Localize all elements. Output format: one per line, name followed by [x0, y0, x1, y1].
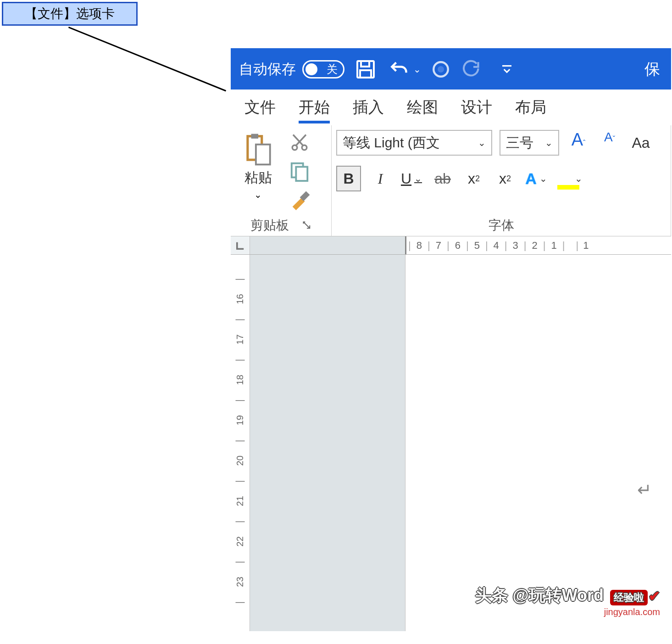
autosave-label: 自动保存 — [239, 60, 296, 79]
chevron-down-icon[interactable]: ⌄ — [539, 173, 547, 184]
chevron-down-icon[interactable]: ⌄ — [413, 64, 421, 75]
watermark: 头条 @玩转Word 经验啦✔ jingyanla.com — [475, 584, 660, 617]
ruler-mark: 21 — [235, 496, 245, 506]
tab-label: 设计 — [461, 98, 492, 116]
ruler-mark: 22 — [235, 536, 245, 546]
watermark-url: jingyanla.com — [475, 607, 660, 617]
superscript-button[interactable]: x2 — [493, 166, 517, 191]
title-right-label: 保 — [644, 60, 660, 78]
tab-file[interactable]: 文件 — [244, 90, 276, 125]
redo-button[interactable] — [461, 56, 480, 83]
shrink-font-button[interactable]: Aˇ — [598, 130, 622, 156]
vertical-ruler[interactable]: — 16 — 17 — 18 — 19 — 20 — 21 — 22 — 23 … — [231, 255, 250, 631]
tab-label: 插入 — [353, 98, 384, 116]
chevron-down-icon[interactable]: ⌄ — [414, 173, 422, 184]
chevron-down-icon[interactable]: ⌄ — [254, 189, 262, 200]
underline-label: U — [401, 170, 411, 187]
ribbon: 粘贴 ⌄ 剪贴板 — [231, 125, 671, 236]
autosave-control[interactable]: 自动保存 关 — [239, 60, 344, 79]
svg-rect-8 — [255, 145, 270, 165]
subscript-button[interactable]: x2 — [462, 166, 486, 191]
ruler-mark: 6 — [455, 240, 461, 252]
grow-a-label: A — [572, 130, 583, 150]
check-icon: ✔ — [649, 588, 660, 604]
font-size-combo[interactable]: 三号 ⌄ — [500, 130, 559, 156]
svg-rect-14 — [296, 167, 307, 181]
undo-button[interactable]: ⌄ — [387, 56, 421, 83]
svg-point-10 — [302, 145, 307, 150]
document-area: — 16 — 17 — 18 — 19 — 20 — 21 — 22 — 23 … — [231, 255, 671, 631]
format-painter-button[interactable] — [289, 189, 310, 213]
font-size-value: 三号 — [506, 134, 533, 152]
font-name-combo[interactable]: 等线 Light (西文 ⌄ — [336, 130, 492, 156]
tab-insert[interactable]: 插入 — [353, 90, 384, 125]
paragraph-mark-icon: ↵ — [637, 480, 652, 500]
ruler-mark: 7 — [436, 240, 441, 252]
text-effects-button[interactable]: A ⌄ — [524, 166, 548, 191]
callout-file-tab: 【文件】选项卡 — [2, 2, 138, 26]
dialog-launcher-icon[interactable] — [302, 220, 312, 230]
autosave-toggle[interactable]: 关 — [302, 60, 344, 78]
grow-font-button[interactable]: Aˆ — [566, 130, 590, 156]
superscript-x: x — [499, 170, 506, 187]
toggle-knob — [305, 63, 317, 75]
word-window: 自动保存 关 ⌄ 保 文件 开始 插入 绘图 设计 — [231, 48, 671, 631]
callout-label: 【文件】选项卡 — [25, 5, 115, 22]
tab-label: 开始 — [299, 98, 330, 116]
highlight-color-swatch — [557, 185, 579, 190]
save-button[interactable] — [355, 56, 377, 83]
chevron-down-icon[interactable]: ⌄ — [545, 137, 553, 148]
ruler-mark: 1 — [583, 240, 589, 252]
ribbon-tabs: 文件 开始 插入 绘图 设计 布局 — [231, 90, 671, 125]
tab-draw[interactable]: 绘图 — [407, 90, 438, 125]
horizontal-ruler[interactable]: | 8 | 7 | 6 | 5 | 4 | 3 | 2 | 1 | |1 — [405, 236, 671, 254]
ruler-mark: 17 — [235, 334, 245, 344]
tab-layout[interactable]: 布局 — [515, 90, 546, 125]
ruler-mark: 4 — [494, 240, 499, 252]
svg-rect-1 — [361, 61, 369, 67]
tab-design[interactable]: 设计 — [461, 90, 492, 125]
bold-label: B — [343, 170, 354, 187]
paste-label: 粘贴 — [244, 168, 272, 187]
ruler-mark: 5 — [474, 240, 480, 252]
ruler-mark: 3 — [513, 240, 518, 252]
font-group-label: 字体 — [489, 217, 514, 234]
clipboard-icon — [244, 133, 272, 166]
document-page[interactable]: ↵ — [405, 255, 671, 631]
ruler-mark: 18 — [235, 375, 245, 385]
paste-button[interactable]: 粘贴 ⌄ — [236, 129, 280, 215]
cut-button[interactable] — [290, 132, 309, 156]
italic-button[interactable]: I — [368, 166, 392, 191]
highlight-button[interactable]: ⌄ — [555, 166, 582, 191]
ruler-mark: 20 — [235, 455, 245, 465]
svg-point-4 — [438, 66, 444, 73]
copy-button[interactable] — [289, 160, 310, 184]
svg-line-16 — [303, 222, 310, 229]
tab-home[interactable]: 开始 — [299, 90, 330, 125]
horizontal-ruler-area: | 8 | 7 | 6 | 5 | 4 | 3 | 2 | 1 | |1 — [231, 236, 671, 255]
underline-button[interactable]: U ⌄ — [400, 166, 423, 191]
qat-customize-button[interactable] — [500, 56, 514, 83]
ruler-corner[interactable] — [231, 236, 250, 254]
autosave-state: 关 — [327, 62, 338, 77]
page-gutter — [250, 255, 405, 631]
clipboard-group: 粘贴 ⌄ 剪贴板 — [231, 125, 332, 236]
ruler-mark: 19 — [235, 415, 245, 425]
copy-icon — [289, 160, 310, 182]
paintbrush-icon — [289, 189, 310, 211]
change-case-button[interactable]: Aa — [629, 130, 653, 156]
record-button[interactable] — [431, 56, 450, 83]
italic-label: I — [378, 170, 383, 187]
chevron-down-icon[interactable]: ⌄ — [575, 173, 583, 184]
chevron-down-icon[interactable]: ⌄ — [478, 137, 486, 148]
text-effect-label: A — [525, 170, 537, 188]
case-a-label: Aa — [632, 134, 650, 151]
watermark-badge: 经验啦 — [610, 590, 648, 605]
scissors-icon — [290, 132, 309, 154]
tab-label: 文件 — [244, 98, 276, 116]
ruler-margin-area — [250, 236, 405, 254]
strikethrough-button[interactable]: ab — [431, 166, 455, 191]
callout-leader-line — [68, 27, 226, 91]
bold-button[interactable]: B — [336, 166, 361, 191]
svg-rect-7 — [251, 134, 258, 139]
